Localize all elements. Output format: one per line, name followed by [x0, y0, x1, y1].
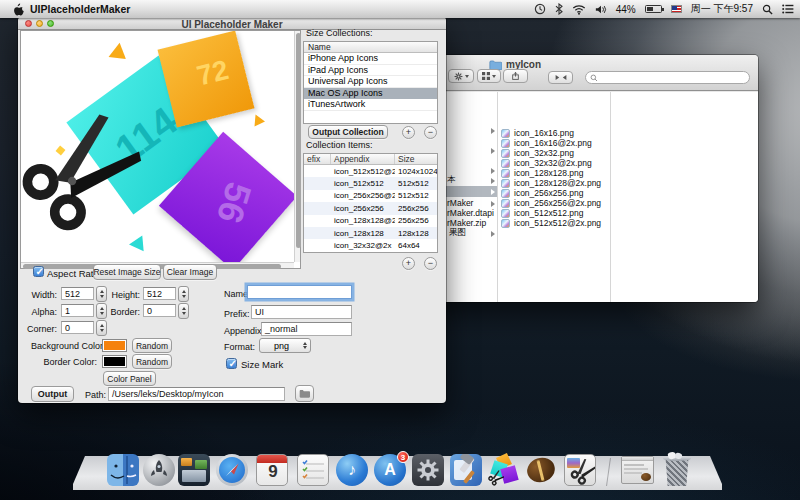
dock-icon-itunes[interactable]: ♪: [336, 454, 368, 486]
border-label: Border:: [106, 307, 140, 317]
dock-icon-safari[interactable]: [216, 454, 248, 486]
v-scrollbar[interactable]: [294, 31, 300, 262]
bluetooth-icon[interactable]: [555, 3, 563, 15]
path-field[interactable]: /Users/leks/Desktop/myIcon: [108, 387, 285, 401]
prefix-field[interactable]: UI: [251, 305, 352, 319]
file-row[interactable]: icon_128x128@2x.png: [501, 178, 601, 188]
finder-sidebar-item[interactable]: rMaker: [447, 198, 473, 208]
list-item[interactable]: iPhone App Icons: [304, 53, 437, 65]
dock-icon-mission-control[interactable]: [178, 454, 210, 486]
remove-item-button[interactable]: −: [424, 257, 437, 270]
notification-center-icon[interactable]: [782, 4, 794, 14]
file-row[interactable]: icon_16x16@2x.png: [501, 138, 592, 148]
add-item-button[interactable]: +: [402, 257, 415, 270]
disclosure-triangle-icon: [491, 168, 495, 174]
dock-icon-trash[interactable]: [660, 452, 694, 488]
height-stepper[interactable]: [178, 286, 189, 302]
table-row[interactable]: icon_128x128@2x256x256: [304, 215, 437, 227]
app-titlebar[interactable]: UI Placeholder Maker: [18, 17, 446, 30]
finder-sidebar-item[interactable]: 果图: [449, 228, 466, 238]
dock-icon-xcode[interactable]: [450, 454, 482, 486]
dock-icon-ui-placeholder-maker[interactable]: [489, 454, 521, 486]
background-color-well[interactable]: [102, 339, 127, 352]
list-item[interactable]: iTunesArtwork: [304, 99, 437, 111]
corner-field[interactable]: 0: [61, 321, 94, 334]
table-row[interactable]: icon_256x256@2x512x512: [304, 190, 437, 202]
column-size[interactable]: Size: [395, 154, 437, 164]
preview-canvas[interactable]: 114 72 56: [21, 31, 294, 262]
dock-icon-bean[interactable]: [525, 454, 557, 486]
finder-collapse-button[interactable]: [548, 71, 573, 84]
file-row[interactable]: icon_256x256@2x.png: [501, 198, 601, 208]
file-row[interactable]: icon_16x16.png: [501, 128, 574, 138]
finder-sidebar-item[interactable]: rMaker.dtapi: [447, 208, 494, 218]
clear-image-button[interactable]: Clear Image: [163, 264, 217, 280]
list-item-selected[interactable]: Mac OS App Icons: [304, 88, 437, 100]
finder-action-button[interactable]: [448, 69, 474, 83]
background-random-button[interactable]: Random: [132, 338, 172, 353]
file-row[interactable]: icon_128x128.png: [501, 168, 583, 178]
column-appendix[interactable]: Appendix: [331, 154, 395, 164]
dock-icon-system-preferences[interactable]: [412, 454, 444, 486]
image-file-icon: [501, 209, 510, 218]
dock: 9 ♪ A 3: [0, 440, 800, 500]
file-row[interactable]: icon_32x32@2x.png: [501, 158, 592, 168]
file-row[interactable]: icon_256x256.png: [501, 188, 583, 198]
battery-icon[interactable]: [645, 5, 662, 13]
size-collections-header[interactable]: Name: [304, 42, 437, 53]
column-prefix[interactable]: efix: [304, 154, 331, 164]
table-row[interactable]: icon_512x512@2x1024x1024: [304, 165, 437, 177]
name-field[interactable]: [247, 285, 352, 299]
dock-icon-finder[interactable]: [107, 454, 139, 486]
dock-icon-reminders[interactable]: [297, 454, 329, 486]
format-dropdown[interactable]: png: [259, 338, 311, 353]
finder-arrange-button[interactable]: [477, 69, 501, 83]
dock-icon-grab[interactable]: [564, 454, 596, 486]
border-stepper[interactable]: [178, 303, 189, 319]
file-row[interactable]: icon_512x512.png: [501, 208, 583, 218]
corner-stepper[interactable]: [96, 320, 107, 336]
alpha-label: Alpha:: [26, 307, 57, 317]
add-collection-button[interactable]: +: [402, 126, 415, 139]
border-field[interactable]: 0: [143, 304, 176, 317]
border-random-button[interactable]: Random: [132, 354, 172, 369]
finder-sidebar-item[interactable]: 本: [447, 175, 456, 185]
alpha-field[interactable]: 1: [61, 304, 94, 317]
choose-path-button[interactable]: [295, 385, 314, 402]
dock-icon-launchpad[interactable]: [143, 454, 175, 486]
table-row[interactable]: icon_512x512512x512: [304, 177, 437, 189]
finder-search-field[interactable]: [585, 71, 750, 84]
output-button[interactable]: Output: [31, 386, 74, 402]
appendix-field[interactable]: _normal: [261, 322, 352, 336]
menubar-clock[interactable]: 周一 下午9:57: [691, 2, 753, 16]
dock-icon-calendar[interactable]: 9: [256, 454, 288, 486]
output-collection-button[interactable]: Output Collection: [308, 125, 388, 139]
remove-collection-button[interactable]: −: [424, 126, 437, 139]
color-panel-button[interactable]: Color Panel: [103, 371, 156, 386]
table-row[interactable]: icon_256x256256x256: [304, 202, 437, 214]
music-note-icon: ♪: [348, 461, 356, 479]
apple-menu-icon[interactable]: [12, 3, 24, 16]
list-item[interactable]: Universal App Icons: [304, 76, 437, 88]
table-row[interactable]: icon_128x128128x128: [304, 227, 437, 239]
width-field[interactable]: 512: [61, 287, 94, 300]
table-row[interactable]: icon_32x32@2x64x64: [304, 239, 437, 251]
wifi-icon[interactable]: [572, 4, 586, 15]
spotlight-icon[interactable]: [762, 4, 773, 15]
height-field[interactable]: 512: [143, 287, 176, 300]
menubar-app-name[interactable]: UIPlaceholderMaker: [30, 3, 130, 15]
list-item[interactable]: iPad App Icons: [304, 65, 437, 77]
time-machine-icon[interactable]: [534, 3, 546, 15]
dock-minimized-window[interactable]: [621, 456, 654, 484]
aspect-ratio-checkbox[interactable]: [33, 266, 44, 277]
dock-icon-app-store[interactable]: A 3: [374, 454, 406, 486]
volume-icon[interactable]: [595, 4, 607, 15]
file-row[interactable]: icon_512x512@2x.png: [501, 218, 601, 228]
deco-triangle-orange-small: [254, 115, 265, 128]
border-color-well[interactable]: [102, 355, 127, 368]
file-row[interactable]: icon_32x32.png: [501, 148, 574, 158]
input-language-flag-icon[interactable]: [671, 5, 682, 13]
reset-image-size-button[interactable]: Reset Image Size: [93, 264, 161, 280]
finder-share-button[interactable]: [503, 69, 528, 83]
size-mark-checkbox[interactable]: [226, 358, 237, 369]
